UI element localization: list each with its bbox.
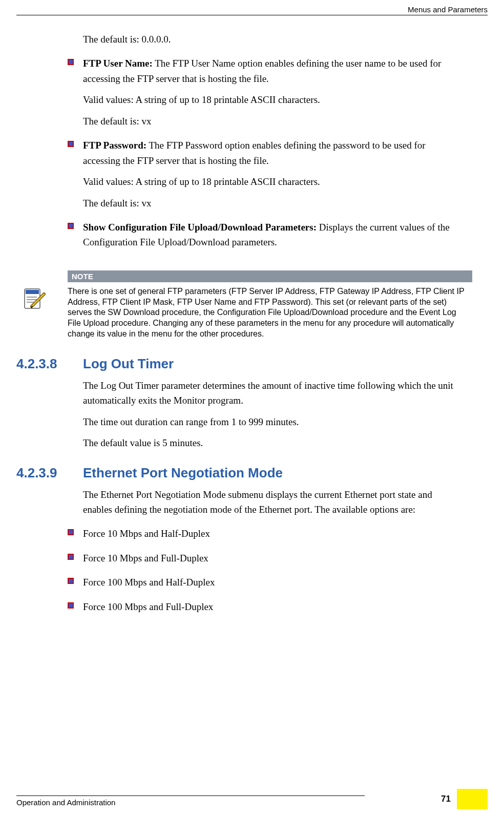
section-title: Ethernet Port Negotiation Mode (83, 465, 283, 481)
square-bullet-icon (68, 56, 83, 86)
page-header: Menus and Parameters (16, 5, 488, 15)
note-body-text: There is one set of general FTP paramete… (68, 282, 472, 342)
list-item: FTP Password: The FTP Password option en… (68, 138, 462, 168)
square-bullet-icon (68, 575, 83, 590)
page-number-block: 71 (436, 784, 488, 809)
svg-rect-12 (69, 530, 73, 534)
bullet-label: Show Configuration File Upload/Download … (83, 222, 317, 233)
bullet-label: FTP Password: (83, 140, 146, 151)
svg-rect-14 (69, 555, 73, 559)
bullet-valid: Valid values: A string of up to 18 print… (83, 174, 462, 189)
section-para: The time out duration can range from 1 t… (83, 414, 462, 429)
page-footer: Operation and Administration (16, 795, 488, 807)
svg-rect-7 (26, 290, 39, 294)
note-title: NOTE (68, 270, 472, 282)
svg-rect-18 (69, 603, 73, 607)
svg-rect-5 (69, 224, 73, 228)
section-para: The Ethernet Port Negotiation Mode subme… (83, 487, 462, 517)
section-para: The Log Out Timer parameter determines t… (83, 378, 462, 408)
svg-rect-3 (69, 142, 73, 146)
svg-rect-16 (69, 579, 73, 583)
bullet-default: The default is: vx (83, 196, 462, 211)
square-bullet-icon (68, 599, 83, 614)
note-icon (22, 287, 68, 311)
square-bullet-icon (68, 138, 83, 168)
bullet-valid: Valid values: A string of up to 18 print… (83, 92, 462, 107)
list-item: Force 100 Mbps and Full-Duplex (68, 599, 462, 614)
list-item: Force 10 Mbps and Full-Duplex (68, 551, 462, 565)
option-text: Force 10 Mbps and Full-Duplex (83, 551, 462, 565)
intro-default-ip: The default is: 0.0.0.0. (83, 32, 462, 47)
section-para: The default value is 5 minutes. (83, 435, 462, 450)
section-title: Log Out Timer (83, 356, 174, 372)
list-item: Force 100 Mbps and Half-Duplex (68, 575, 462, 590)
list-item: FTP User Name: The FTP User Name option … (68, 56, 462, 86)
bullet-default: The default is: vx (83, 114, 462, 129)
section-number: 4.2.3.8 (16, 356, 83, 372)
section-heading: 4.2.3.8 Log Out Timer (16, 356, 488, 372)
option-text: Force 100 Mbps and Half-Duplex (83, 575, 462, 590)
section-number: 4.2.3.9 (16, 465, 83, 481)
page-content: The default is: 0.0.0.0. FTP User Name: … (16, 26, 488, 771)
list-item: Force 10 Mbps and Half-Duplex (68, 526, 462, 541)
page-number: 71 (441, 794, 451, 804)
note-block: NOTE There is one set of general FTP par… (16, 270, 472, 342)
svg-rect-1 (69, 60, 73, 64)
square-bullet-icon (68, 220, 83, 250)
footer-left: Operation and Administration (16, 798, 488, 807)
page-accent (457, 789, 488, 809)
square-bullet-icon (68, 526, 83, 541)
option-text: Force 10 Mbps and Half-Duplex (83, 526, 462, 541)
option-text: Force 100 Mbps and Full-Duplex (83, 599, 462, 614)
section-heading: 4.2.3.9 Ethernet Port Negotiation Mode (16, 465, 488, 481)
list-item: Show Configuration File Upload/Download … (68, 220, 462, 250)
header-title: Menus and Parameters (408, 5, 488, 14)
square-bullet-icon (68, 551, 83, 565)
bullet-label: FTP User Name: (83, 58, 153, 69)
